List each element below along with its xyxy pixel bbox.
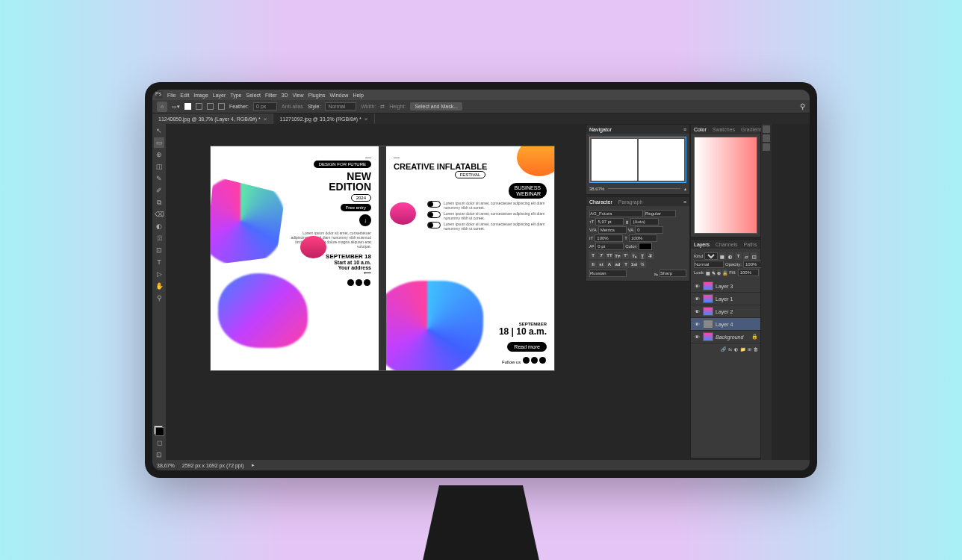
baseline-input[interactable] bbox=[595, 243, 624, 250]
hand-tool-icon[interactable]: ✋ bbox=[154, 281, 164, 291]
panel-icon[interactable] bbox=[763, 143, 770, 151]
color-picker[interactable] bbox=[694, 137, 757, 234]
zoom-status[interactable]: 38,67% bbox=[157, 463, 175, 468]
blend-mode-select[interactable] bbox=[694, 261, 724, 268]
menu-filter[interactable]: Filter bbox=[265, 93, 277, 98]
feather-input[interactable] bbox=[253, 102, 277, 111]
tab-navigator[interactable]: Navigator bbox=[589, 127, 612, 132]
layer-row[interactable]: 👁Layer 3 bbox=[691, 280, 760, 293]
panel-icon[interactable] bbox=[763, 134, 770, 142]
path-tool-icon[interactable]: ▷ bbox=[154, 269, 164, 279]
pen-tool-icon[interactable]: ⊡ bbox=[154, 245, 164, 255]
lang-select[interactable] bbox=[589, 270, 627, 277]
menu-window[interactable]: Window bbox=[330, 93, 349, 98]
tab-swatches[interactable]: Swatches bbox=[713, 127, 735, 132]
kerning-input[interactable] bbox=[598, 226, 627, 234]
font-size-input[interactable] bbox=[595, 218, 624, 225]
quickmask-icon[interactable]: ◻ bbox=[154, 438, 164, 448]
hscale-input[interactable] bbox=[629, 234, 657, 242]
visibility-icon[interactable]: 👁 bbox=[693, 308, 701, 315]
underline-button[interactable]: T̲ bbox=[639, 252, 646, 259]
menu-file[interactable]: File bbox=[167, 93, 176, 98]
lock-paint-icon[interactable]: ✎ bbox=[712, 269, 716, 276]
filter-pixel-icon[interactable]: ▦ bbox=[719, 252, 726, 260]
menu-help[interactable]: Help bbox=[353, 93, 363, 98]
doc-dims-status[interactable]: 2592 px x 1692 px (72 ppi) bbox=[182, 463, 244, 468]
layer-name[interactable]: Layer 2 bbox=[716, 309, 733, 314]
lock-all-icon[interactable]: 🔒 bbox=[722, 269, 727, 276]
menu-view[interactable]: View bbox=[293, 93, 304, 98]
visibility-icon[interactable]: 👁 bbox=[693, 333, 701, 340]
search-icon[interactable]: ⚲ bbox=[800, 102, 805, 111]
tab-paths[interactable]: Paths bbox=[744, 242, 757, 247]
layer-row[interactable]: 👁Background🔒 bbox=[691, 331, 760, 343]
opentype-button[interactable]: 1st bbox=[630, 261, 638, 268]
tab-layers[interactable]: Layers bbox=[694, 242, 710, 247]
bold-button[interactable]: T bbox=[589, 252, 597, 259]
crop-tool-icon[interactable]: ◫ bbox=[154, 161, 164, 172]
opentype-button[interactable]: st bbox=[598, 261, 605, 268]
tab-doc-2[interactable]: 11271092.jpg @ 33,3% (RGB/8#) *× bbox=[273, 113, 374, 124]
visibility-icon[interactable]: 👁 bbox=[693, 320, 701, 328]
menu-3d[interactable]: 3D bbox=[282, 93, 288, 98]
panel-menu-icon[interactable]: ≡ bbox=[683, 199, 686, 205]
filter-type-icon[interactable]: T bbox=[735, 252, 742, 260]
tab-channels[interactable]: Channels bbox=[716, 242, 738, 247]
italic-button[interactable]: T bbox=[598, 252, 605, 259]
leading-input[interactable] bbox=[630, 218, 659, 225]
eraser-tool-icon[interactable]: ⌫ bbox=[154, 209, 164, 220]
mask-icon[interactable]: ◐ bbox=[734, 346, 738, 352]
marquee-tool-icon[interactable]: ▭ bbox=[154, 137, 164, 148]
tab-color[interactable]: Color bbox=[694, 127, 707, 132]
fx-icon[interactable]: fx bbox=[728, 347, 732, 352]
lock-pos-icon[interactable]: ⊕ bbox=[717, 269, 721, 276]
opentype-button[interactable]: T bbox=[622, 261, 630, 268]
visibility-icon[interactable]: 👁 bbox=[693, 282, 701, 290]
font-family-select[interactable] bbox=[589, 210, 643, 217]
navigator-thumbnail[interactable] bbox=[589, 137, 686, 183]
opentype-button[interactable]: ad bbox=[614, 261, 621, 268]
filter-adj-icon[interactable]: ◐ bbox=[727, 252, 734, 260]
selection-new-icon[interactable] bbox=[184, 103, 191, 110]
app-logo-icon[interactable]: Ps bbox=[155, 91, 163, 99]
screenmode-icon[interactable]: ⊡ bbox=[154, 449, 164, 460]
layer-row[interactable]: 👁Layer 4 bbox=[691, 318, 760, 331]
gradient-tool-icon[interactable]: ◐ bbox=[154, 221, 164, 231]
color-swatch-icon[interactable] bbox=[154, 426, 164, 436]
tab-paragraph[interactable]: Paragraph bbox=[618, 199, 643, 205]
lasso-tool-icon[interactable]: ⊕ bbox=[154, 149, 164, 160]
subscript-button[interactable]: T₁ bbox=[630, 252, 638, 259]
caps-button[interactable]: TT bbox=[606, 252, 613, 259]
select-mask-button[interactable]: Select and Mask... bbox=[410, 102, 462, 111]
layer-name[interactable]: Layer 1 bbox=[716, 296, 733, 302]
opentype-button[interactable]: A bbox=[606, 261, 613, 268]
tab-gradients[interactable]: Gradients bbox=[741, 127, 763, 132]
group-icon[interactable]: 📁 bbox=[740, 346, 745, 352]
selection-sub-icon[interactable] bbox=[207, 103, 214, 110]
aa-select[interactable] bbox=[660, 270, 686, 277]
zoom-tool-icon[interactable]: ⚲ bbox=[154, 293, 164, 303]
menu-select[interactable]: Select bbox=[246, 93, 261, 98]
layer-name[interactable]: Background bbox=[716, 335, 743, 340]
layer-name[interactable]: Layer 4 bbox=[716, 322, 733, 327]
selection-int-icon[interactable] bbox=[218, 103, 225, 110]
menu-edit[interactable]: Edit bbox=[180, 93, 189, 98]
move-tool-icon[interactable]: ↖ bbox=[154, 125, 164, 136]
filter-shape-icon[interactable]: ▱ bbox=[743, 252, 750, 260]
panel-icon[interactable] bbox=[763, 125, 770, 133]
stamp-tool-icon[interactable]: ⧉ bbox=[154, 197, 164, 208]
brush-tool-icon[interactable]: ✐ bbox=[154, 185, 164, 196]
panel-menu-icon[interactable]: ≡ bbox=[683, 127, 686, 132]
tab-doc-1[interactable]: 11240850.jpg @ 38,7% (Layer 4, RGB/8#) *… bbox=[152, 113, 273, 124]
zoom-slider-icon[interactable]: ▴ bbox=[684, 186, 686, 191]
text-color-swatch[interactable] bbox=[639, 243, 652, 250]
strike-button[interactable]: T̶ bbox=[647, 252, 654, 259]
visibility-icon[interactable]: 👁 bbox=[693, 295, 701, 302]
layer-row[interactable]: 👁Layer 2 bbox=[691, 305, 760, 318]
font-weight-select[interactable] bbox=[645, 210, 676, 217]
tab-character[interactable]: Character bbox=[589, 199, 612, 205]
style-select[interactable] bbox=[325, 102, 356, 111]
fill-input[interactable] bbox=[738, 269, 759, 276]
filter-smart-icon[interactable]: ◫ bbox=[751, 252, 757, 260]
type-tool-icon[interactable]: T bbox=[154, 257, 164, 267]
